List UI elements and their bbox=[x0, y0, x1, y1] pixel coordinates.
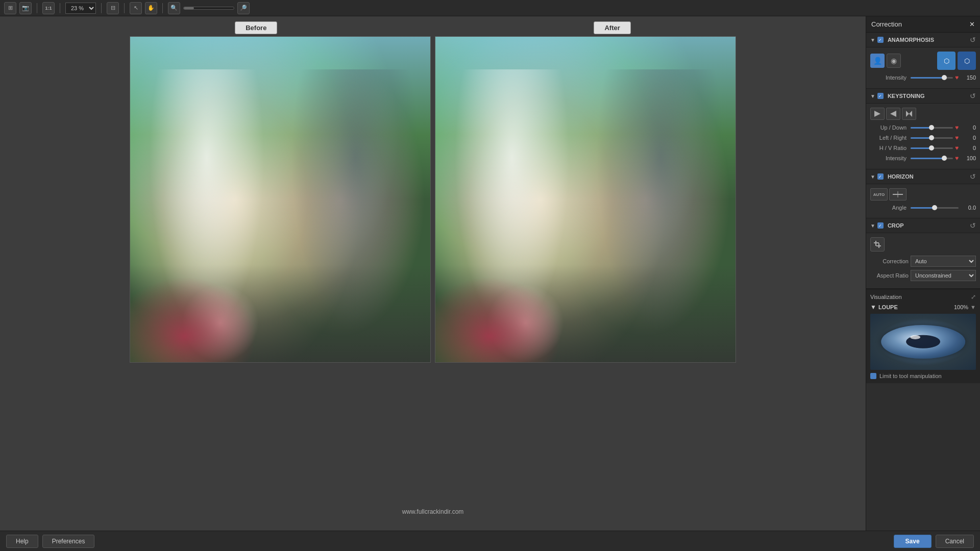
image-area: Before After bbox=[0, 16, 866, 531]
keystoning-checkbox[interactable]: ✓ bbox=[877, 93, 884, 99]
loupe-percent: 100% bbox=[954, 304, 968, 310]
main-area: Before After bbox=[0, 16, 980, 531]
horizon-checkbox[interactable]: ✓ bbox=[877, 173, 884, 180]
keystoning-tri-both-icon[interactable] bbox=[902, 108, 916, 120]
horizon-angle-thumb bbox=[932, 205, 937, 210]
keystoning-reset-icon[interactable]: ↺ bbox=[970, 92, 976, 100]
svg-marker-2 bbox=[906, 111, 909, 117]
horizon-reset-icon[interactable]: ↺ bbox=[970, 172, 976, 181]
keystoning-updown-fill bbox=[911, 127, 932, 129]
crop-reset-icon[interactable]: ↺ bbox=[970, 221, 976, 230]
crop-content: Correction Auto Manual Aspect Ratio Unco… bbox=[866, 233, 980, 289]
keystoning-tri-left-icon[interactable] bbox=[870, 108, 885, 120]
anamorphosis-lens-icon[interactable]: ◉ bbox=[887, 54, 901, 68]
keystoning-intensity-fill bbox=[911, 158, 944, 159]
correction-close-icon[interactable]: ✕ bbox=[969, 20, 975, 28]
loupe-collapse-icon: ▼ bbox=[870, 304, 876, 311]
anamorphosis-checkbox[interactable]: ✓ bbox=[877, 37, 884, 43]
keystoning-leftright-slider[interactable] bbox=[911, 137, 953, 139]
camera-icon[interactable]: 📷 bbox=[19, 2, 32, 14]
crop-aspectratio-row: Aspect Ratio Unconstrained 4:3 16:9 bbox=[870, 270, 976, 281]
anamorphosis-icon-row: 👤 ◉ ⬡ ⬡ bbox=[870, 52, 976, 70]
loupe-dropdown-icon[interactable]: ▼ bbox=[970, 304, 976, 310]
horizon-angle-value: 0.0 bbox=[961, 205, 976, 211]
anamorphosis-hex-2[interactable]: ⬡ bbox=[958, 52, 976, 70]
crop-title: CROP bbox=[888, 222, 968, 229]
crop-correction-select[interactable]: Auto Manual bbox=[911, 256, 976, 267]
crop-aspectratio-select[interactable]: Unconstrained 4:3 16:9 bbox=[911, 270, 976, 281]
keystoning-intensity-slider[interactable] bbox=[911, 158, 953, 159]
after-label: After bbox=[594, 21, 630, 34]
zoom-plus-icon[interactable]: 🔎 bbox=[237, 2, 250, 14]
keystoning-updown-slider[interactable] bbox=[911, 127, 953, 129]
after-flowers bbox=[435, 232, 616, 362]
hand-pan-icon[interactable]: ✋ bbox=[145, 2, 157, 14]
help-button[interactable]: Help bbox=[6, 535, 38, 548]
anamorphosis-intensity-slider[interactable] bbox=[911, 77, 953, 79]
crop-tool-icon[interactable] bbox=[870, 237, 885, 252]
horizon-section-header[interactable]: ▼ ✓ HORIZON ↺ bbox=[866, 169, 980, 184]
crop-correction-row: Correction Auto Manual bbox=[870, 256, 976, 267]
crop-section-header[interactable]: ▼ ✓ CROP ↺ bbox=[866, 218, 980, 233]
grid-icon[interactable]: ⊞ bbox=[4, 2, 16, 14]
loupe-eye bbox=[881, 325, 966, 359]
zoom-1to1-icon[interactable]: 1:1 bbox=[42, 2, 55, 14]
after-image-panel[interactable] bbox=[435, 36, 736, 363]
keystoning-leftright-fill bbox=[911, 137, 932, 139]
toolbar: ⊞ 📷 1:1 23 % 50 % 100 % ⊟ ↖ ✋ 🔍 🔎 bbox=[0, 0, 980, 16]
before-image-panel[interactable] bbox=[130, 36, 431, 363]
horizon-title: HORIZON bbox=[888, 173, 968, 180]
keystoning-hvratio-thumb bbox=[929, 145, 934, 151]
horizon-angle-slider[interactable] bbox=[911, 207, 959, 209]
preferences-button[interactable]: Preferences bbox=[42, 535, 95, 548]
before-image bbox=[130, 37, 430, 362]
cursor-icon[interactable]: ↖ bbox=[130, 2, 142, 14]
anamorphosis-person-icon[interactable]: 👤 bbox=[870, 54, 885, 68]
keystoning-leftright-value: 0 bbox=[961, 135, 976, 141]
correction-title: Correction bbox=[871, 20, 902, 28]
keystoning-intensity-label: Intensity bbox=[870, 155, 909, 161]
horizon-content: AUTO Angle 0.0 bbox=[866, 184, 980, 218]
anamorphosis-hex-buttons: ⬡ ⬡ bbox=[937, 52, 976, 70]
horizon-manual-icon[interactable] bbox=[889, 188, 906, 201]
keystoning-updown-thumb bbox=[929, 125, 934, 130]
anamorphosis-content: 👤 ◉ ⬡ ⬡ Intensity ♥ 150 bbox=[866, 47, 980, 89]
visualization-title: Visualization bbox=[870, 294, 902, 300]
loupe-image bbox=[870, 314, 976, 370]
crop-checkbox[interactable]: ✓ bbox=[877, 222, 884, 229]
keystoning-hvratio-row: H / V Ratio ♥ 0 bbox=[870, 144, 976, 152]
keystoning-updown-heart: ♥ bbox=[955, 124, 959, 131]
loupe-label: LOUPE bbox=[878, 304, 898, 310]
toolbar-separator-4 bbox=[124, 3, 125, 13]
cancel-button[interactable]: Cancel bbox=[936, 535, 974, 548]
keystoning-leftright-row: Left / Right ♥ 0 bbox=[870, 134, 976, 141]
zoom-minus-icon[interactable]: 🔍 bbox=[168, 2, 180, 14]
keystoning-intensity-value: 100 bbox=[961, 155, 976, 161]
keystoning-hvratio-slider[interactable] bbox=[911, 147, 953, 149]
visualization-expand-icon[interactable]: ⤢ bbox=[971, 293, 976, 300]
toolbar-separator bbox=[37, 3, 37, 13]
horizon-collapse-icon: ▼ bbox=[870, 174, 875, 180]
keystoning-section-header[interactable]: ▼ ✓ KEYSTONING ↺ bbox=[866, 89, 980, 104]
after-image bbox=[435, 37, 736, 362]
keystoning-content: Up / Down ♥ 0 Left / Right ♥ 0 H / V Rat… bbox=[866, 104, 980, 169]
grid-view-icon[interactable]: ⊟ bbox=[107, 2, 119, 14]
keystoning-updown-row: Up / Down ♥ 0 bbox=[870, 124, 976, 131]
limit-checkbox[interactable] bbox=[870, 373, 876, 379]
zoom-select[interactable]: 23 % 50 % 100 % bbox=[65, 3, 96, 14]
anamorphosis-intensity-value: 150 bbox=[961, 74, 976, 81]
correction-header: Correction ✕ bbox=[866, 16, 980, 33]
anamorphosis-collapse-icon: ▼ bbox=[870, 37, 875, 43]
anamorphosis-hex-1[interactable]: ⬡ bbox=[937, 52, 955, 70]
save-button[interactable]: Save bbox=[894, 535, 932, 548]
crop-correction-label: Correction bbox=[870, 258, 909, 264]
images-container bbox=[0, 36, 866, 531]
horizon-auto-icon[interactable]: AUTO bbox=[870, 188, 888, 201]
keystoning-icon-row bbox=[870, 108, 976, 120]
visualization-panel: Visualization ⤢ ▼ LOUPE 100% ▼ Limit to … bbox=[866, 289, 980, 383]
zoom-slider[interactable] bbox=[183, 7, 234, 10]
keystoning-leftright-heart: ♥ bbox=[955, 134, 959, 141]
anamorphosis-reset-icon[interactable]: ↺ bbox=[970, 36, 976, 44]
keystoning-tri-right-icon[interactable] bbox=[886, 108, 900, 120]
anamorphosis-section-header[interactable]: ▼ ✓ ANAMORPHOSIS ↺ bbox=[866, 33, 980, 47]
